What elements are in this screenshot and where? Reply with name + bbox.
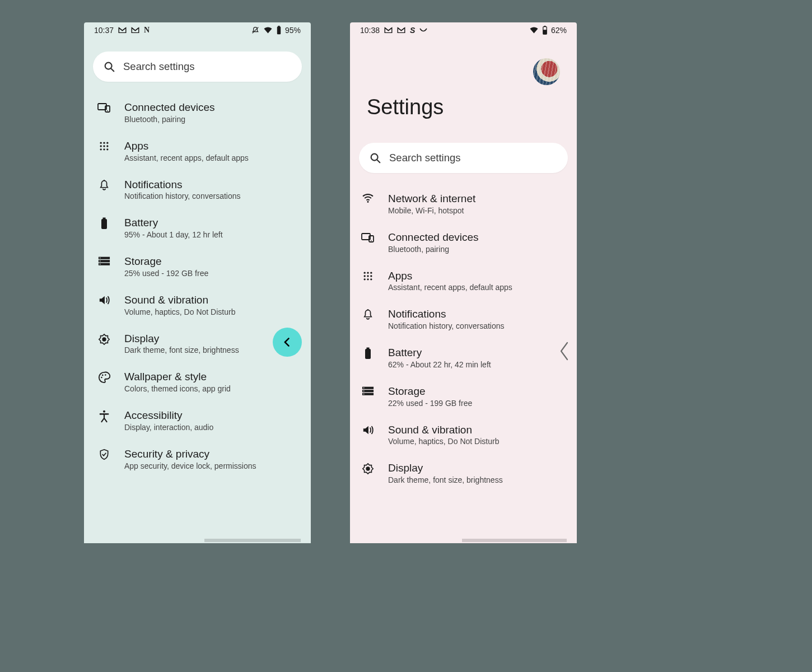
storage-icon <box>360 385 376 396</box>
row-title: Accessibility <box>124 409 301 422</box>
status-bar: 10:38 S 62% <box>350 22 577 38</box>
svg-rect-35 <box>544 26 545 27</box>
svg-point-23 <box>100 258 101 259</box>
svg-point-30 <box>105 374 106 376</box>
back-gesture-chevron[interactable] <box>559 342 570 361</box>
row-sub: Mobile, Wi-Fi, hotspot <box>388 206 567 215</box>
search-icon <box>369 152 381 164</box>
settings-item-accessibility[interactable]: AccessibilityDisplay, interaction, audio <box>84 401 311 440</box>
sound-icon <box>96 293 112 306</box>
wifi-icon <box>529 26 539 34</box>
svg-rect-18 <box>101 219 107 229</box>
settings-item-sound[interactable]: Sound & vibrationVolume, haptics, Do Not… <box>350 416 577 454</box>
svg-point-12 <box>103 145 105 147</box>
svg-rect-53 <box>367 348 370 349</box>
gmail-icon <box>397 27 405 34</box>
svg-point-8 <box>100 142 102 143</box>
settings-item-storage[interactable]: Storage25% used - 192 GB free <box>84 247 311 286</box>
settings-item-connected-devices[interactable]: Connected devicesBluetooth, pairing <box>350 223 577 262</box>
svg-rect-34 <box>543 30 547 34</box>
wifi-icon <box>360 192 376 203</box>
svg-rect-52 <box>365 349 371 359</box>
back-button[interactable] <box>273 328 302 357</box>
svg-point-29 <box>102 375 104 376</box>
svg-point-9 <box>103 142 105 143</box>
svg-point-36 <box>371 154 378 161</box>
brightness-icon <box>96 332 112 346</box>
row-sub: Bluetooth, pairing <box>388 245 567 254</box>
search-bar[interactable] <box>93 52 302 82</box>
battery-icon <box>542 26 548 35</box>
settings-item-sound[interactable]: Sound & vibrationVolume, haptics, Do Not… <box>84 286 311 324</box>
row-sub: 95% - About 1 day, 12 hr left <box>124 230 301 239</box>
svg-point-50 <box>370 278 372 280</box>
settings-item-connected-devices[interactable]: Connected devicesBluetooth, pairing <box>84 93 311 132</box>
row-title: Sound & vibration <box>124 293 301 307</box>
svg-point-31 <box>103 410 105 413</box>
status-battery-text: 62% <box>551 26 567 35</box>
svg-point-28 <box>101 377 102 379</box>
gmail-icon <box>118 27 127 34</box>
row-title: Connected devices <box>388 231 567 244</box>
svg-point-7 <box>107 110 108 111</box>
settings-item-notifications[interactable]: NotificationsNotification history, conve… <box>350 300 577 338</box>
svg-point-48 <box>364 278 366 280</box>
settings-item-apps[interactable]: AppsAssistant, recent apps, default apps <box>84 132 311 170</box>
storage-icon <box>96 255 112 266</box>
settings-item-notifications[interactable]: NotificationsNotification history, conve… <box>84 170 311 209</box>
svg-point-44 <box>370 272 372 273</box>
profile-avatar[interactable] <box>533 58 560 85</box>
svg-line-4 <box>111 69 114 72</box>
settings-item-wallpaper[interactable]: Wallpaper & styleColors, themed icons, a… <box>84 362 311 401</box>
search-input[interactable] <box>389 152 558 164</box>
svg-point-24 <box>100 260 101 262</box>
row-title: Storage <box>388 385 567 398</box>
battery-icon <box>276 26 282 35</box>
row-title: Notifications <box>388 307 567 321</box>
svg-point-58 <box>363 390 365 391</box>
settings-item-network[interactable]: Network & internetMobile, Wi-Fi, hotspot <box>350 184 577 223</box>
svg-point-16 <box>106 148 108 150</box>
row-sub: Notification history, conversations <box>124 192 301 200</box>
svg-point-27 <box>102 337 106 341</box>
sound-icon <box>360 423 376 436</box>
row-sub: 22% used - 199 GB free <box>388 399 567 408</box>
row-sub: Dark theme, font size, brightness <box>388 475 567 484</box>
bell-icon <box>360 307 376 321</box>
row-title: Security & privacy <box>124 447 301 461</box>
phone-left: 10:37 N 95% Connected devicesBluetooth, … <box>84 22 311 543</box>
row-sub: Assistant, recent apps, default apps <box>388 283 567 292</box>
settings-item-storage[interactable]: Storage22% used - 199 GB free <box>350 377 577 416</box>
svg-point-41 <box>371 240 372 241</box>
settings-item-apps[interactable]: AppsAssistant, recent apps, default apps <box>350 262 577 300</box>
svg-point-10 <box>106 142 108 143</box>
row-title: Apps <box>124 139 301 153</box>
svg-point-45 <box>364 275 366 277</box>
row-title: Sound & vibration <box>388 423 567 437</box>
settings-item-battery[interactable]: Battery95% - About 1 day, 12 hr left <box>84 208 311 247</box>
settings-item-security[interactable]: Security & privacyApp security, device l… <box>84 440 311 478</box>
svg-point-25 <box>100 264 101 265</box>
settings-item-battery[interactable]: Battery62% - About 22 hr, 42 min left <box>350 338 577 377</box>
search-bar[interactable] <box>359 143 568 173</box>
battery-icon <box>96 216 112 230</box>
settings-item-display[interactable]: DisplayDark theme, font size, brightness <box>350 454 577 492</box>
row-sub: Display, interaction, audio <box>124 423 301 432</box>
bell-icon <box>96 178 112 192</box>
row-title: Battery <box>124 216 301 230</box>
row-title: Wallpaper & style <box>124 370 301 384</box>
svg-point-46 <box>367 275 368 277</box>
apps-grid-icon <box>360 269 376 282</box>
status-battery-text: 95% <box>285 26 301 35</box>
svg-point-11 <box>100 145 102 147</box>
search-input[interactable] <box>123 60 292 73</box>
netflix-icon: N <box>144 26 150 35</box>
bottom-fade <box>204 539 301 542</box>
row-title: Battery <box>388 346 567 360</box>
svg-point-13 <box>106 145 108 147</box>
svg-point-57 <box>363 388 365 389</box>
svg-point-3 <box>105 63 112 69</box>
row-sub: Volume, haptics, Do Not Disturb <box>124 307 301 316</box>
row-title: Apps <box>388 269 567 283</box>
svg-line-37 <box>377 160 380 163</box>
